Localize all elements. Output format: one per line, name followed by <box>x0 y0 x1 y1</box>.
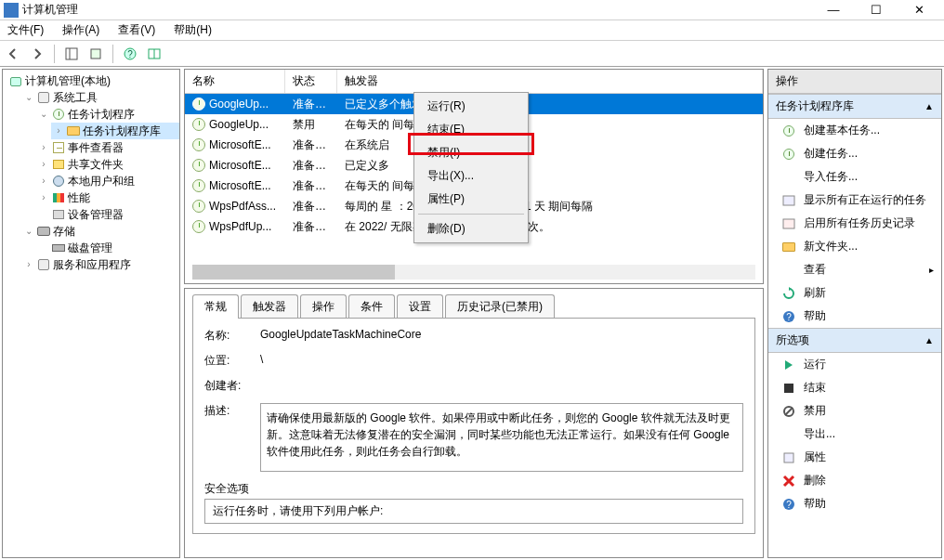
stop-icon <box>781 381 796 396</box>
tree-label: 任务计划程序库 <box>83 123 161 139</box>
perf-icon <box>51 190 66 205</box>
section-title: 任务计划程序库 <box>776 98 854 114</box>
task-icon <box>192 179 205 192</box>
action-enable-history[interactable]: 启用所有任务历史记录 <box>768 212 941 235</box>
col-header-status[interactable]: 状态 <box>285 70 337 93</box>
action-import-task[interactable]: 导入任务... <box>768 165 941 189</box>
tree-task-scheduler[interactable]: ⌄ 任务计划程序 <box>36 106 179 123</box>
disable-icon <box>781 404 796 419</box>
action-help[interactable]: ?帮助 <box>768 305 941 328</box>
action-section-selected[interactable]: 所选项 ▲ <box>768 328 941 353</box>
tree-local-users[interactable]: ›本地用户和组 <box>36 173 179 189</box>
tree-label: 事件查看器 <box>68 139 124 156</box>
tree-scheduler-library[interactable]: › 任务计划程序库 <box>51 123 179 139</box>
action-export[interactable]: 导出... <box>768 423 941 446</box>
tree-storage[interactable]: ⌄存储 <box>21 223 179 240</box>
action-new-folder[interactable]: 新文件夹... <box>768 235 941 258</box>
tree-performance[interactable]: ›性能 <box>36 189 179 206</box>
collapse-icon[interactable]: ⌄ <box>38 106 49 123</box>
action-label: 创建基本任务... <box>804 123 880 138</box>
tree-services[interactable]: ›服务和应用程序 <box>21 256 179 273</box>
tree-disk-management[interactable]: 磁盘管理 <box>36 240 179 256</box>
action-label: 新文件夹... <box>804 239 858 254</box>
action-label: 导出... <box>804 426 835 442</box>
action-view[interactable]: 查看▸ <box>768 258 941 281</box>
tab-triggers[interactable]: 触发器 <box>241 294 298 319</box>
ctx-delete[interactable]: 删除(D) <box>414 217 528 241</box>
tree-shared-folders[interactable]: ›共享文件夹 <box>36 156 179 173</box>
computer-icon <box>8 74 23 89</box>
action-label: 创建任务... <box>804 146 858 162</box>
expand-icon[interactable]: › <box>38 189 49 206</box>
ctx-disable[interactable]: 禁用(I) <box>414 141 528 164</box>
expand-icon[interactable]: › <box>38 156 49 173</box>
action-disable[interactable]: 禁用 <box>768 399 941 423</box>
section-title: 所选项 <box>776 332 809 348</box>
collapse-icon[interactable]: ⌄ <box>23 89 34 106</box>
tb-pane-button[interactable] <box>62 45 81 63</box>
tab-conditions[interactable]: 条件 <box>348 294 395 319</box>
import-icon <box>781 170 796 185</box>
col-header-name[interactable]: 名称 <box>185 70 285 93</box>
action-create-task[interactable]: 创建任务... <box>768 142 941 165</box>
tree-device-manager[interactable]: 设备管理器 <box>36 206 179 223</box>
action-help2[interactable]: ?帮助 <box>768 492 941 515</box>
close-button[interactable]: ✕ <box>898 0 940 20</box>
tb-fwd-button[interactable] <box>28 45 46 63</box>
tb-layout-button[interactable] <box>145 45 164 63</box>
collapse-icon[interactable]: ⌄ <box>23 223 34 240</box>
action-delete[interactable]: 删除 <box>768 469 941 492</box>
tab-settings[interactable]: 设置 <box>397 294 443 319</box>
svg-rect-14 <box>784 453 793 462</box>
menu-help[interactable]: 帮助(H) <box>170 20 216 40</box>
minimize-button[interactable]: — <box>812 0 855 20</box>
maximize-button[interactable]: ☐ <box>855 0 898 20</box>
expand-icon[interactable]: › <box>38 173 49 189</box>
action-end[interactable]: 结束 <box>768 376 941 399</box>
ctx-props[interactable]: 属性(P) <box>414 188 528 211</box>
tools-icon <box>36 90 51 105</box>
menu-view[interactable]: 查看(V) <box>114 20 159 40</box>
task-name: MicrosoftE... <box>209 138 271 151</box>
properties-icon <box>781 450 796 465</box>
menu-file[interactable]: 文件(F) <box>4 20 47 40</box>
expand-icon[interactable]: › <box>38 139 49 156</box>
tab-actions[interactable]: 操作 <box>300 294 347 319</box>
nav-tree[interactable]: 计算机管理(本地) ⌄ 系统工具 ⌄ 任务计划程序 <box>3 70 179 273</box>
toolbar-separator <box>112 45 113 63</box>
task-trigger: 已定义多个触发器 <box>337 97 763 112</box>
ctx-export[interactable]: 导出(X)... <box>414 164 528 188</box>
action-create-basic-task[interactable]: 创建基本任务... <box>768 119 941 142</box>
expand-icon[interactable]: › <box>53 123 64 139</box>
tree-root[interactable]: 计算机管理(本地) <box>7 73 179 89</box>
task-icon <box>781 124 796 138</box>
task-trigger: 在 2022/ 无限期地每隔 1 小时 重复一次。 <box>337 219 763 235</box>
horizontal-scrollbar[interactable] <box>192 265 755 280</box>
task-status: 准备就绪 <box>285 178 337 194</box>
col-header-trigger[interactable]: 触发器 <box>337 70 763 93</box>
task-status: 准备就绪 <box>285 199 337 215</box>
tb-back-button[interactable] <box>4 45 22 63</box>
tree-label: 任务计划程序 <box>68 106 135 123</box>
ctx-run[interactable]: 运行(R) <box>414 95 528 118</box>
tree-system-tools[interactable]: ⌄ 系统工具 <box>21 89 179 106</box>
action-refresh[interactable]: 刷新 <box>768 281 941 305</box>
action-properties[interactable]: 属性 <box>768 446 941 469</box>
security-options-title: 安全选项 <box>204 481 743 497</box>
action-run[interactable]: 运行 <box>768 353 941 376</box>
tb-help-button[interactable]: ? <box>121 45 139 63</box>
expand-icon[interactable]: › <box>23 256 34 273</box>
task-name: MicrosoftE... <box>209 179 271 192</box>
tb-props-button[interactable] <box>86 45 105 63</box>
action-show-running[interactable]: 显示所有正在运行的任务 <box>768 189 941 212</box>
action-section-library[interactable]: 任务计划程序库 ▲ <box>768 94 941 119</box>
detail-tabs: 常规 触发器 操作 条件 设置 历史记录(已禁用) <box>185 289 763 319</box>
tab-general[interactable]: 常规 <box>192 294 239 319</box>
menu-action[interactable]: 操作(A) <box>59 20 103 40</box>
scrollbar-thumb[interactable] <box>192 265 395 280</box>
ctx-end[interactable]: 结束(E) <box>414 118 528 141</box>
task-trigger: 在系统启 <box>337 137 763 153</box>
tab-history[interactable]: 历史记录(已禁用) <box>445 294 555 319</box>
tree-event-viewer[interactable]: ›事件查看器 <box>36 139 179 156</box>
tree-label: 存储 <box>53 223 75 240</box>
